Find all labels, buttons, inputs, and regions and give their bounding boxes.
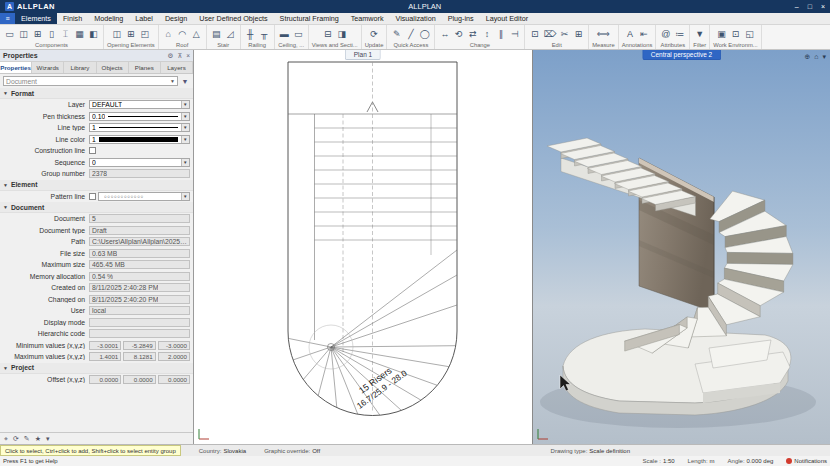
trim-icon[interactable]: ⊣ xyxy=(508,27,521,41)
ceiling-icon[interactable]: ▬ xyxy=(278,27,291,41)
dropdown-arrow-icon[interactable]: ▼ xyxy=(181,159,189,166)
railing-icon[interactable]: ╫ xyxy=(244,27,257,41)
menu-icon[interactable]: ▾ xyxy=(46,435,50,443)
dimension-icon[interactable]: ⇤ xyxy=(638,27,651,41)
scale-status[interactable]: Scale :1:50 xyxy=(643,458,675,464)
group-icon[interactable]: ⊞ xyxy=(572,27,585,41)
edit-icon[interactable]: ✎ xyxy=(24,435,30,443)
column-icon[interactable]: ▯ xyxy=(45,27,58,41)
layout-icon[interactable]: ◱ xyxy=(743,27,756,41)
menu-tab-elements[interactable]: Elements xyxy=(15,13,57,24)
stair-icon[interactable]: ▤ xyxy=(210,27,223,41)
menu-tab-label[interactable]: Label xyxy=(129,13,159,24)
zoom-view-icon[interactable]: ⊕ xyxy=(804,53,810,61)
skylight-icon[interactable]: △ xyxy=(190,27,203,41)
plan-view[interactable]: Plan 1 xyxy=(194,50,533,444)
field-pattern-line[interactable]: ○○○○○○○○○○○○▼ xyxy=(98,192,190,201)
minimize-button[interactable]: – xyxy=(795,3,799,10)
move-icon[interactable]: ↔ xyxy=(438,27,451,41)
section-header-element[interactable]: ▼Element xyxy=(0,180,193,191)
door-icon[interactable]: ◫ xyxy=(17,27,30,41)
line-icon[interactable]: ╱ xyxy=(404,27,417,41)
section-icon[interactable]: ⊟ xyxy=(321,27,334,41)
checkbox[interactable] xyxy=(89,193,96,200)
angle-status[interactable]: Angle:0.000 deg xyxy=(728,458,774,464)
wall-icon[interactable]: ▭ xyxy=(3,27,16,41)
menu-tab-plug-ins[interactable]: Plug-ins xyxy=(442,13,480,24)
menu-tab-visualization[interactable]: Visualization xyxy=(389,13,441,24)
palette-tab-objects[interactable]: Objects xyxy=(97,62,129,73)
view-menu-icon[interactable]: ▾ xyxy=(822,53,826,61)
dropdown-arrow-icon[interactable]: ▼ xyxy=(181,193,189,200)
slab-icon[interactable]: ▦ xyxy=(73,27,86,41)
drawing-type-status[interactable]: Drawing type:Scale definition xyxy=(551,448,630,454)
app-menu-icon[interactable]: ≡ xyxy=(0,13,15,24)
field-layer[interactable]: DEFAULT▼ xyxy=(89,100,190,109)
fit-view-icon[interactable]: ⌂ xyxy=(814,53,818,61)
zoom-icon[interactable]: ⌖ xyxy=(4,435,8,443)
ramp-icon[interactable]: ◿ xyxy=(224,27,237,41)
field-sequence[interactable]: 0▼ xyxy=(89,158,190,167)
palette-tab-planes[interactable]: Planes xyxy=(129,62,161,73)
window-opening-icon[interactable]: ⊞ xyxy=(124,27,137,41)
circle-icon[interactable]: ◯ xyxy=(418,27,431,41)
pin-icon[interactable]: ⊼ xyxy=(177,52,182,60)
menu-tab-teamwork[interactable]: Teamwork xyxy=(345,13,390,24)
view-icon[interactable]: ◨ xyxy=(335,27,348,41)
close-button[interactable]: × xyxy=(821,3,825,10)
mirror-icon[interactable]: ⇄ xyxy=(466,27,479,41)
menu-tab-finish[interactable]: Finish xyxy=(57,13,88,24)
menu-tab-user-defined-objects[interactable]: User Defined Objects xyxy=(193,13,273,24)
section-header-document[interactable]: ▼Document xyxy=(0,202,193,213)
field-line-color[interactable]: 1▼ xyxy=(89,135,190,144)
rotate-icon[interactable]: ⟲ xyxy=(452,27,465,41)
measure-icon[interactable]: ⟺ xyxy=(596,27,611,41)
roof-plane-icon[interactable]: ⌂ xyxy=(162,27,175,41)
favorites-icon[interactable]: ★ xyxy=(35,435,41,443)
notifications-button[interactable]: Notifications xyxy=(786,458,827,464)
section-header-project[interactable]: ▼Project xyxy=(0,363,193,374)
maximize-button[interactable]: □ xyxy=(808,3,812,10)
menu-tab-structural-framing[interactable]: Structural Framing xyxy=(274,13,345,24)
document-selector[interactable]: Document ▼ xyxy=(3,76,178,86)
copy-icon[interactable]: ⊡ xyxy=(528,27,541,41)
smart-wall-icon[interactable]: ▭ xyxy=(292,27,305,41)
cut-icon[interactable]: ✂ xyxy=(558,27,571,41)
filter-funnel-icon[interactable]: ▼ xyxy=(180,78,190,85)
window-icon[interactable]: ⊞ xyxy=(31,27,44,41)
text-icon[interactable]: A xyxy=(624,27,637,41)
close-icon[interactable]: × xyxy=(186,52,190,60)
palette-tab-library[interactable]: Library xyxy=(64,62,96,73)
plan-view-tab[interactable]: Plan 1 xyxy=(345,50,381,60)
menu-tab-layout-editor[interactable]: Layout Editor xyxy=(480,13,534,24)
perspective-view[interactable]: Central perspective 2 ⊕⌂▾ xyxy=(533,50,830,444)
dropdown-arrow-icon[interactable]: ▼ xyxy=(181,124,189,131)
checkbox[interactable] xyxy=(89,147,96,154)
recess-icon[interactable]: ◰ xyxy=(138,27,151,41)
length-unit-status[interactable]: Length:m xyxy=(688,458,715,464)
monitor-icon[interactable]: ⊡ xyxy=(729,27,742,41)
dropdown-arrow-icon[interactable]: ▼ xyxy=(181,101,189,108)
workspace-icon[interactable]: ▣ xyxy=(715,27,728,41)
section-header-format[interactable]: ▼Format xyxy=(0,88,193,99)
palette-tab-layers[interactable]: Layers xyxy=(161,62,193,73)
menu-tab-modeling[interactable]: Modeling xyxy=(88,13,129,24)
roof-covering-icon[interactable]: ◠ xyxy=(176,27,189,41)
panel-icon[interactable]: ◧ xyxy=(87,27,100,41)
update-3d-icon[interactable]: ⟳ xyxy=(368,27,381,41)
settings-icon[interactable]: ⚙ xyxy=(168,52,174,60)
graphic-override-status[interactable]: Graphic override:Off xyxy=(264,448,320,454)
delete-icon[interactable]: ⌦ xyxy=(542,27,557,41)
door-opening-icon[interactable]: ◫ xyxy=(110,27,123,41)
offset-icon[interactable]: ∥ xyxy=(494,27,507,41)
menu-tab-design[interactable]: Design xyxy=(159,13,193,24)
draw-icon[interactable]: ✎ xyxy=(390,27,403,41)
assign-icon[interactable]: ≔ xyxy=(673,27,686,41)
perspective-view-tab[interactable]: Central perspective 2 xyxy=(642,50,721,60)
refresh-icon[interactable]: ⟳ xyxy=(13,435,19,443)
filter-icon[interactable]: ▼ xyxy=(693,27,706,41)
field-line-type[interactable]: 1▼ xyxy=(89,123,190,132)
dropdown-arrow-icon[interactable]: ▼ xyxy=(181,113,189,120)
palette-tab-wizards[interactable]: Wizards xyxy=(32,62,64,73)
dropdown-arrow-icon[interactable]: ▼ xyxy=(181,136,189,143)
